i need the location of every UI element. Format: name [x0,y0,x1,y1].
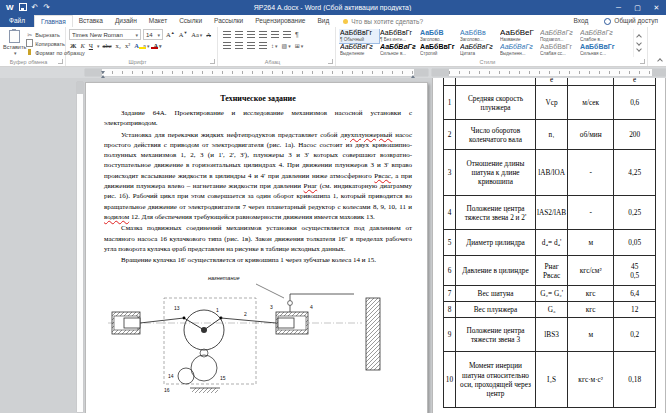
table-cell[interactable]: 8 [444,302,456,318]
table-cell[interactable]: n₁ [536,120,568,150]
grow-font-button[interactable]: А▲ [165,30,176,38]
show-marks-button[interactable]: ¶ [295,31,299,38]
table-cell[interactable]: Давление в цилиндре [456,256,536,286]
style-item-0[interactable]: АаБбВвГг¶ Обычный [339,29,379,43]
page-1[interactable]: Техническое задание Задание 64А. Проекти… [85,82,428,413]
table-cell[interactable]: d₄= d₄' [536,230,568,256]
share-button[interactable]: Общий доступ [596,15,666,27]
table-cell[interactable]: кгс·м·с² [568,352,614,408]
shading-button[interactable]: ▨▾ [282,42,291,49]
table-cell[interactable]: кгс [568,286,614,302]
table-cell[interactable]: е [536,78,568,86]
table-cell[interactable] [444,78,456,86]
table-cell[interactable]: 7 [444,286,456,302]
table-cell[interactable]: 4,25 [614,150,656,196]
table-cell[interactable]: 5 [444,230,456,256]
table-cell[interactable]: Диаметр цилиндра [456,230,536,256]
style-item-3[interactable]: АаБбВвЗаголово... [459,29,499,43]
paste-button[interactable]: Вставить ▾ [3,29,26,57]
tab-file[interactable]: Файл [0,15,34,27]
table-cell[interactable]: lAB/lOA [536,150,568,196]
table-cell[interactable]: м [568,318,614,352]
document-heading[interactable]: Техническое задание [104,94,412,103]
table-cell[interactable]: G₃ [536,302,568,318]
table-cell[interactable]: м/сек [568,86,614,120]
paragraph-3[interactable]: Смазка подвижных соединений механизмов у… [104,223,412,254]
paragraph-1[interactable]: Задание 64А. Проектирование и исследован… [104,108,412,129]
table-cell[interactable]: 2 [444,120,456,150]
change-case-button[interactable]: Аа▾ [190,31,203,38]
table-cell[interactable]: 0,18 [614,352,656,408]
style-item-8[interactable]: АаБбВвГгСильное в... [379,43,419,57]
styles-dialog-launcher[interactable] [640,59,645,64]
style-item-2[interactable]: АаБбВЗаголово... [419,29,459,43]
highlight-button[interactable]: а▾ [142,42,150,49]
table-cell[interactable]: - [568,196,614,230]
table-cell[interactable]: 0,2 [614,318,656,352]
clear-formatting-button[interactable]: А [205,31,212,38]
font-size-combo[interactable]: 14 ▾ [143,29,163,40]
table-cell[interactable]: м [568,230,614,256]
table-cell[interactable]: - [568,150,614,196]
table-cell[interactable]: 4 [444,196,456,230]
table-cell[interactable]: 10 [444,352,456,408]
bullets-button[interactable] [223,31,231,38]
font-dialog-launcher[interactable] [210,59,215,64]
font-name-combo[interactable]: Times New Roman ▾ [69,29,141,40]
gallery-scroll-up-icon[interactable] [636,34,642,40]
increase-indent-button[interactable] [271,31,279,38]
tab-4[interactable]: Макет [143,15,173,27]
paragraph-2[interactable]: Установка для перекачки жидких нефтепрод… [104,130,412,223]
close-button[interactable]: ✕ [647,0,666,15]
style-item-4[interactable]: АаБбВеГНазвание [499,29,539,43]
line-spacing-button[interactable]: ↕▾ [271,43,278,49]
table-cell[interactable]: Pнаг Pвсас [536,256,568,286]
tab-3[interactable]: Дизайн [109,15,143,27]
table-cell[interactable] [456,78,536,86]
paragraph-4[interactable]: Вращение кулачка 16' осуществляется от к… [104,255,412,265]
table-cell[interactable]: Вес плунжера [456,302,536,318]
gallery-scroll-down-icon[interactable] [636,40,642,46]
table-cell[interactable]: 0,6 [614,86,656,120]
superscript-button[interactable]: x² [124,42,131,49]
gallery-more-icon[interactable] [636,46,642,52]
collapse-ribbon-button[interactable] [657,58,663,64]
table-cell[interactable]: 45 0,5 [614,256,656,286]
italic-button[interactable]: К [79,42,85,49]
table-cell[interactable]: I₂S [536,352,568,408]
bold-button[interactable]: Ж [69,42,77,49]
table-cell[interactable]: 0,25 [614,196,656,230]
table-cell[interactable]: кгс [568,302,614,318]
subscript-button[interactable]: x₂ [115,42,123,49]
redo-button[interactable]: ↷ [43,0,50,15]
style-item-12[interactable]: АаБбВвГгСлабая сс... [539,43,579,57]
minimize-button[interactable]: ─ [609,0,628,15]
first-line-indent-marker[interactable] [101,71,105,74]
table-cell[interactable]: G₂= G₂' [536,286,568,302]
style-item-5[interactable]: АаБбВвГгПодзагол... [539,29,579,43]
table-cell[interactable]: 6 [444,256,456,286]
table-cell[interactable]: Vср [536,86,568,120]
style-item-6[interactable]: АаБбВвГгСлабое в... [579,29,619,43]
style-item-13[interactable]: АаБбВвГгСильная с... [579,43,619,57]
paragraph-dialog-launcher[interactable] [328,59,333,64]
table-cell[interactable]: Отношение длины шатуна к длине кривошипа [456,150,536,196]
vertical-ruler[interactable] [77,82,83,412]
maximize-button[interactable]: ▢ [628,0,647,15]
decrease-indent-button[interactable] [259,31,267,38]
table-cell[interactable]: 0,05 [614,230,656,256]
sort-button[interactable] [283,31,291,38]
clipboard-dialog-launcher[interactable] [58,59,63,64]
table-cell[interactable]: 3 [444,150,456,196]
tell-me-box[interactable]: Что вы хотите сделать? [335,15,431,27]
table-cell[interactable]: е [614,78,656,86]
strikethrough-button[interactable]: abc [102,42,113,49]
tab-5[interactable]: Ссылки [173,15,208,27]
horizontal-ruler-page1[interactable] [85,69,428,76]
page-2[interactable]: ее1Средняя скорость плунжераVсрм/сек0,62… [432,78,666,413]
table-cell[interactable]: lAS2/lAB [536,196,568,230]
table-cell[interactable]: 9 [444,318,456,352]
font-color-button[interactable]: А▾ [152,42,162,49]
table-cell[interactable]: кгс/см² [568,256,614,286]
shrink-font-button[interactable]: А▼ [178,30,189,38]
